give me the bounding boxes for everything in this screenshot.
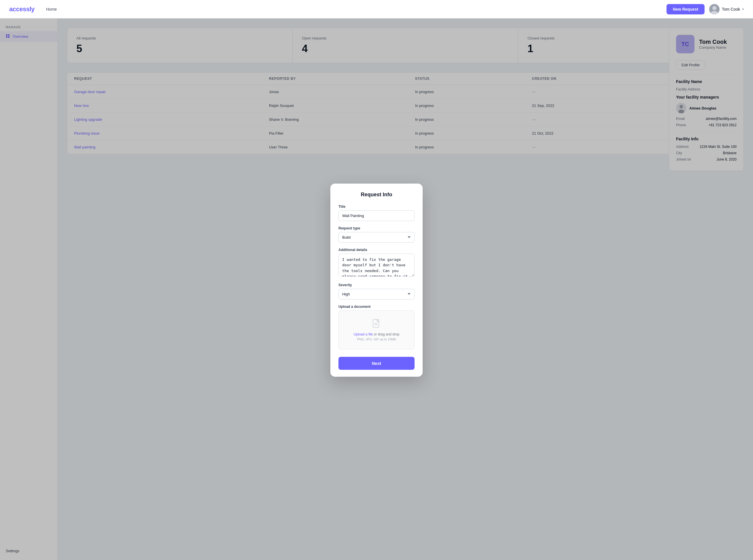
additional-details-textarea[interactable]: I wanted to fix the garage door myself b…: [338, 254, 415, 277]
upload-subtext: PNG, JPG, GIF up to 10MB: [343, 338, 410, 341]
user-name-label: Tom Cook: [722, 7, 740, 12]
severity-label: Severity: [338, 283, 415, 287]
user-avatar: [709, 4, 719, 15]
upload-text: Upload a file or drag and drop: [343, 332, 410, 336]
nav-home[interactable]: Home: [46, 7, 57, 12]
new-request-button[interactable]: New Request: [667, 4, 705, 15]
nav-right: New Request Tom Cook ▾: [667, 4, 744, 15]
next-button[interactable]: Next: [338, 357, 415, 370]
request-info-modal: Request Info Title Request type Build Re…: [330, 184, 423, 377]
request-type-select[interactable]: Build Repair Maintenance Other: [338, 232, 415, 243]
upload-link[interactable]: Upload a file: [354, 332, 373, 336]
title-group: Title: [338, 205, 415, 221]
upload-group: Upload a document Upload a file or drag …: [338, 305, 415, 349]
severity-group: Severity High Medium Low: [338, 283, 415, 299]
app-logo: accessly: [9, 5, 35, 13]
additional-details-label: Additional details: [338, 248, 415, 252]
request-type-group: Request type Build Repair Maintenance Ot…: [338, 226, 415, 243]
request-type-label: Request type: [338, 226, 415, 230]
upload-file-icon: [343, 319, 410, 330]
severity-select[interactable]: High Medium Low: [338, 289, 415, 299]
nav-links: Home: [46, 7, 667, 12]
title-input[interactable]: [338, 211, 415, 221]
upload-dropzone[interactable]: Upload a file or drag and drop PNG, JPG,…: [338, 311, 415, 349]
top-navigation: accessly Home New Request Tom Cook ▾: [0, 0, 753, 18]
modal-title: Request Info: [338, 192, 415, 198]
svg-point-1: [712, 6, 716, 10]
additional-details-group: Additional details I wanted to fix the g…: [338, 248, 415, 278]
upload-label: Upload a document: [338, 305, 415, 309]
chevron-down-icon: ▾: [742, 7, 744, 11]
title-label: Title: [338, 205, 415, 209]
avatar-image: [709, 4, 719, 15]
user-menu[interactable]: Tom Cook ▾: [709, 4, 744, 15]
